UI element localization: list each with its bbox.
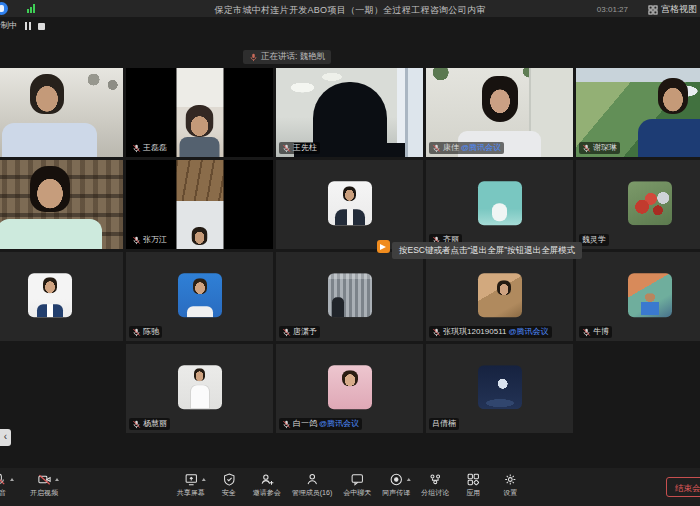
participant-name-label: 吕倩楠 bbox=[429, 418, 459, 430]
participant-tile[interactable]: 魏灵学 bbox=[576, 160, 700, 249]
toolbar-button-label: 邀请参会 bbox=[253, 488, 281, 498]
participant-tile[interactable]: 唐潇予 bbox=[276, 252, 423, 341]
shield-icon bbox=[221, 472, 236, 487]
participant-tile[interactable]: 齐丽 bbox=[426, 160, 573, 249]
participant-name: 杨慧丽 bbox=[143, 419, 167, 429]
participant-name-label: 陈驰 bbox=[129, 326, 162, 338]
caret-up-icon[interactable] bbox=[201, 478, 205, 481]
participant-name: 谢琛琳 bbox=[593, 143, 617, 153]
video-feed bbox=[0, 68, 123, 157]
caret-up-icon[interactable] bbox=[10, 478, 14, 481]
toolbar-button-label: 分组讨论 bbox=[421, 488, 449, 498]
muted-mic-icon bbox=[282, 328, 291, 337]
participant-name-label: 谢琛琳 bbox=[579, 142, 620, 154]
speaker-mic-icon bbox=[249, 53, 258, 62]
toolbar-button-label: 共享屏幕 bbox=[177, 488, 205, 498]
participant-name-suffix: @腾讯会议 bbox=[319, 419, 359, 429]
participant-name: 唐潇予 bbox=[293, 327, 317, 337]
participant-name: 张万江 bbox=[143, 235, 167, 245]
participant-tile[interactable]: 吕倩楠 bbox=[426, 344, 573, 433]
camera-off-button[interactable]: 开启视频 bbox=[30, 472, 58, 498]
toolbar-button-label: 会中聊天 bbox=[343, 488, 371, 498]
participant-tile[interactable] bbox=[0, 252, 123, 341]
participant-tile[interactable]: 白一鸽@腾讯会议 bbox=[276, 344, 423, 433]
fullscreen-tip-text: 按ESC键或者点击“退出全屏”按钮退出全屏模式 bbox=[392, 242, 582, 259]
participant-tile[interactable] bbox=[276, 160, 423, 249]
person-figure bbox=[482, 76, 518, 122]
participant-name: 张琪琪120190511 bbox=[443, 327, 506, 337]
participant-name-label: 杨慧丽 bbox=[129, 418, 170, 430]
muted-mic-icon bbox=[132, 236, 141, 245]
caret-up-icon[interactable] bbox=[407, 478, 411, 481]
members-button[interactable]: 管理成员(16) bbox=[292, 472, 332, 498]
participant-tile[interactable] bbox=[0, 160, 123, 249]
chat-button[interactable]: 会中聊天 bbox=[343, 472, 371, 498]
profile-avatar bbox=[478, 273, 522, 317]
participant-tile[interactable]: 张万江 bbox=[126, 160, 273, 249]
profile-avatar bbox=[328, 365, 372, 409]
participant-name: 白一鸽 bbox=[293, 419, 317, 429]
participant-tile[interactable]: 王磊磊 bbox=[126, 68, 273, 157]
share-screen-button[interactable]: 共享屏幕 bbox=[177, 472, 205, 498]
profile-avatar bbox=[628, 273, 672, 317]
participant-name-label: 王磊磊 bbox=[129, 142, 170, 154]
muted-mic-icon bbox=[132, 328, 141, 337]
muted-mic-icon bbox=[432, 328, 441, 337]
participant-tile[interactable]: 杨慧丽 bbox=[126, 344, 273, 433]
shield-button[interactable]: 安全 bbox=[216, 472, 242, 498]
toolbar-button-label: 应用 bbox=[466, 488, 480, 498]
person-figure bbox=[30, 166, 70, 212]
interpret-icon bbox=[389, 472, 404, 487]
muted-mic-icon bbox=[582, 144, 591, 153]
toolbar-button-label: 同声传译 bbox=[382, 488, 410, 498]
apps-button[interactable]: 应用 bbox=[460, 472, 486, 498]
participant-tile[interactable]: 陈驰 bbox=[126, 252, 273, 341]
profile-avatar bbox=[628, 181, 672, 225]
participant-tile[interactable]: 康佳@腾讯会议 bbox=[426, 68, 573, 157]
participant-tile[interactable]: 张琪琪120190511@腾讯会议 bbox=[426, 252, 573, 341]
participant-name: 魏灵学 bbox=[582, 235, 606, 245]
participant-tile[interactable] bbox=[0, 68, 123, 157]
participant-name-label: 康佳@腾讯会议 bbox=[429, 142, 504, 154]
participant-name-suffix: @腾讯会议 bbox=[461, 143, 501, 153]
participant-name-label: 牛博 bbox=[579, 326, 612, 338]
participant-name-suffix: @腾讯会议 bbox=[508, 327, 548, 337]
participant-name-label: 张万江 bbox=[129, 234, 170, 246]
participant-name-label: 王先柱 bbox=[279, 142, 320, 154]
muted-mic-icon bbox=[432, 144, 441, 153]
participant-tile[interactable]: 牛博 bbox=[576, 252, 700, 341]
breakout-button[interactable]: 分组讨论 bbox=[421, 472, 449, 498]
participant-name: 吕倩楠 bbox=[432, 419, 456, 429]
active-speaker-banner: 正在讲话: 魏艳凯 bbox=[243, 50, 331, 64]
meeting-toolbar: 静音开启视频 共享屏幕安全邀请参会管理成员(16)会中聊天同声传译分组讨论应用设… bbox=[0, 468, 700, 506]
muted-mic-icon bbox=[282, 420, 291, 429]
grid-prev-page-button[interactable]: ‹ bbox=[0, 429, 11, 446]
person-figure bbox=[30, 74, 64, 114]
profile-avatar bbox=[178, 273, 222, 317]
settings-icon bbox=[503, 472, 518, 487]
interpret-button[interactable]: 同声传译 bbox=[382, 472, 410, 498]
mic-off-button[interactable]: 静音 bbox=[0, 472, 12, 498]
participant-name-label: 张琪琪120190511@腾讯会议 bbox=[429, 326, 552, 338]
share-screen-icon bbox=[183, 472, 198, 487]
video-feed bbox=[176, 160, 223, 249]
person-figure bbox=[186, 105, 214, 137]
video-feed bbox=[0, 160, 123, 249]
profile-avatar bbox=[28, 273, 72, 317]
caret-up-icon[interactable] bbox=[55, 478, 59, 481]
person-torso bbox=[180, 137, 219, 157]
participant-tile[interactable]: 王先柱 bbox=[276, 68, 423, 157]
muted-mic-icon bbox=[282, 144, 291, 153]
meeting-window: 保定市城中村连片开发ABO项目（一期）全过程工程咨询公司内审 03:01:27 … bbox=[0, 0, 700, 506]
breakout-icon bbox=[428, 472, 443, 487]
members-icon bbox=[304, 472, 319, 487]
invite-button[interactable]: 邀请参会 bbox=[253, 472, 281, 498]
participant-tile[interactable]: 谢琛琳 bbox=[576, 68, 700, 157]
person-torso bbox=[2, 123, 96, 157]
apps-icon bbox=[466, 472, 481, 487]
settings-button[interactable]: 设置 bbox=[497, 472, 523, 498]
toolbar-button-label: 管理成员(16) bbox=[292, 488, 332, 498]
participant-name-label: 魏灵学 bbox=[579, 234, 609, 246]
end-meeting-button[interactable]: 结束会议 bbox=[666, 477, 700, 497]
muted-mic-icon bbox=[132, 144, 141, 153]
